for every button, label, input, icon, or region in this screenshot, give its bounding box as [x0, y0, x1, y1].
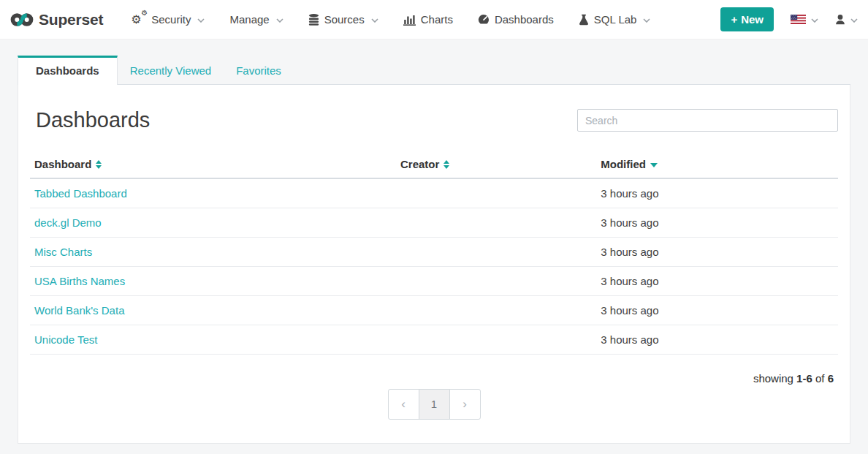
database-icon [308, 14, 319, 26]
nav-item-manage[interactable]: Manage [229, 13, 283, 26]
navbar: Superset ⚙⚙ Security Manage [0, 0, 868, 39]
column-header-creator[interactable]: Creator [396, 151, 596, 178]
new-button[interactable]: + New [720, 7, 774, 31]
chevron-down-icon [643, 18, 650, 23]
chevron-down-icon [850, 18, 858, 23]
creator-cell [396, 296, 596, 325]
table-row: USA Births Names3 hours ago [30, 267, 838, 296]
nav-item-sql-lab[interactable]: SQL Lab [579, 13, 651, 26]
nav-menu: ⚙⚙ Security Manage Sources [119, 12, 663, 27]
modified-cell: 3 hours ago [596, 325, 838, 355]
nav-item-label: Dashboards [495, 13, 554, 26]
nav-item-label: SQL Lab [594, 13, 637, 26]
table-header-row: Dashboard Creator Modified [30, 151, 838, 178]
creator-cell [396, 208, 596, 238]
sort-icon [96, 160, 102, 169]
bar-chart-icon [403, 14, 416, 26]
modified-cell: 3 hours ago [596, 267, 838, 296]
pagination-prev-button[interactable]: ‹ [388, 389, 419, 420]
table-body: Tabbed Dashboard3 hours agodeck.gl Demo3… [30, 178, 838, 355]
dashboards-table: Dashboard Creator Modified [30, 151, 838, 355]
modified-cell: 3 hours ago [596, 178, 838, 208]
nav-item-label: Charts [421, 13, 453, 26]
panel-header: Dashboards [30, 108, 838, 132]
us-flag-icon [791, 15, 806, 24]
dashboard-link[interactable]: World Bank's Data [34, 304, 124, 317]
tab-recently-viewed[interactable]: Recently Viewed [118, 57, 224, 84]
tab-bar: Dashboards Recently Viewed Favorites [18, 54, 850, 85]
dashboard-link[interactable]: Misc Charts [34, 246, 92, 258]
creator-cell [396, 325, 596, 355]
nav-item-label: Sources [324, 13, 365, 26]
tab-dashboards[interactable]: Dashboards [18, 56, 118, 85]
plus-icon: + [731, 13, 737, 26]
chevron-down-icon [197, 18, 205, 23]
superset-logo[interactable]: Superset [10, 11, 103, 29]
infinity-logo-icon [10, 12, 34, 27]
column-header-modified[interactable]: Modified [596, 151, 838, 178]
column-header-dashboard[interactable]: Dashboard [30, 151, 396, 178]
creator-cell [396, 267, 596, 296]
language-menu[interactable] [791, 15, 818, 24]
cogs-icon: ⚙⚙ [132, 12, 146, 27]
nav-item-label: Security [151, 13, 191, 26]
flask-icon [579, 14, 589, 26]
chevron-down-icon [371, 18, 378, 23]
nav-item-dashboards[interactable]: Dashboards [478, 13, 554, 26]
pagination: ‹ 1 › [30, 389, 838, 420]
nav-item-security[interactable]: ⚙⚙ Security [132, 12, 205, 27]
chevron-down-icon [276, 18, 283, 23]
dashboard-link[interactable]: USA Births Names [34, 275, 125, 287]
modified-cell: 3 hours ago [596, 296, 838, 325]
gauge-icon [478, 14, 490, 25]
table-row: World Bank's Data3 hours ago [30, 296, 838, 325]
creator-cell [396, 178, 596, 208]
chevron-down-icon [811, 18, 818, 23]
dashboard-link[interactable]: Unicode Test [34, 333, 97, 346]
pagination-next-button[interactable]: › [449, 389, 481, 420]
table-row: Tabbed Dashboard3 hours ago [30, 178, 838, 208]
modified-cell: 3 hours ago [596, 208, 838, 238]
user-menu[interactable] [835, 14, 858, 25]
sort-desc-icon [650, 163, 658, 167]
brand-name: Superset [39, 11, 103, 29]
pagination-page-1[interactable]: 1 [419, 389, 450, 420]
user-icon [835, 14, 845, 25]
dashboard-link[interactable]: deck.gl Demo [34, 216, 102, 229]
nav-item-label: Manage [229, 13, 269, 26]
nav-item-sources[interactable]: Sources [308, 13, 378, 26]
table-row: deck.gl Demo3 hours ago [30, 208, 838, 238]
table-row: Misc Charts3 hours ago [30, 238, 838, 267]
page-title: Dashboards [30, 108, 150, 132]
navbar-right: + New [720, 7, 858, 31]
main-content: Dashboards Recently Viewed Favorites Das… [18, 54, 850, 444]
search-input[interactable] [577, 109, 838, 132]
dashboards-panel: Dashboards Dashboard Creator [18, 85, 850, 444]
modified-cell: 3 hours ago [596, 238, 838, 267]
nav-item-charts[interactable]: Charts [403, 13, 453, 26]
showing-summary: showing 1-6 of 6 [30, 372, 838, 385]
creator-cell [396, 238, 596, 267]
tab-favorites[interactable]: Favorites [224, 57, 294, 84]
dashboard-link[interactable]: Tabbed Dashboard [34, 187, 127, 200]
table-row: Unicode Test3 hours ago [30, 325, 838, 355]
sort-icon [443, 160, 449, 169]
